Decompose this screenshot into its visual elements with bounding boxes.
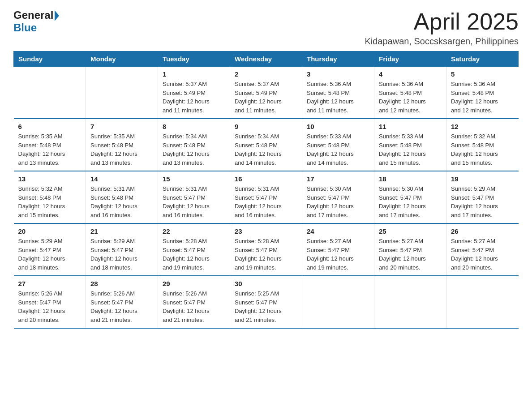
calendar-table: Sunday Monday Tuesday Wednesday Thursday…	[13, 51, 519, 329]
day-info: Sunrise: 5:35 AMSunset: 5:48 PMDaylight:…	[18, 132, 82, 167]
calendar-week-2: 6Sunrise: 5:35 AMSunset: 5:48 PMDaylight…	[14, 119, 519, 171]
calendar-cell-w2-d7: 12Sunrise: 5:32 AMSunset: 5:48 PMDayligh…	[446, 119, 519, 171]
day-info: Sunrise: 5:25 AMSunset: 5:47 PMDaylight:…	[235, 289, 297, 324]
calendar-cell-w1-d4: 2Sunrise: 5:37 AMSunset: 5:49 PMDaylight…	[230, 67, 302, 119]
col-thursday: Thursday	[302, 51, 374, 67]
calendar-cell-w4-d4: 23Sunrise: 5:28 AMSunset: 5:47 PMDayligh…	[230, 223, 302, 276]
day-info: Sunrise: 5:26 AMSunset: 5:47 PMDaylight:…	[18, 289, 82, 324]
calendar-cell-w5-d3: 29Sunrise: 5:26 AMSunset: 5:47 PMDayligh…	[158, 276, 230, 328]
title-block: April 2025 Kidapawan, Soccsksargen, Phil…	[365, 9, 519, 47]
calendar-cell-w3-d6: 18Sunrise: 5:30 AMSunset: 5:47 PMDayligh…	[374, 171, 446, 223]
calendar-cell-w1-d6: 4Sunrise: 5:36 AMSunset: 5:48 PMDaylight…	[374, 67, 446, 119]
day-number: 7	[90, 123, 153, 130]
day-number: 20	[18, 227, 82, 235]
day-number: 21	[90, 227, 153, 235]
calendar-cell-w2-d6: 11Sunrise: 5:33 AMSunset: 5:48 PMDayligh…	[374, 119, 446, 171]
calendar-cell-w1-d5: 3Sunrise: 5:36 AMSunset: 5:48 PMDaylight…	[302, 67, 374, 119]
day-info: Sunrise: 5:28 AMSunset: 5:47 PMDaylight:…	[235, 237, 297, 272]
calendar-cell-w2-d3: 8Sunrise: 5:34 AMSunset: 5:48 PMDaylight…	[158, 119, 230, 171]
day-number: 13	[18, 175, 82, 183]
day-info: Sunrise: 5:31 AMSunset: 5:47 PMDaylight:…	[163, 184, 225, 219]
calendar-week-4: 20Sunrise: 5:29 AMSunset: 5:47 PMDayligh…	[14, 223, 519, 276]
calendar-cell-w4-d1: 20Sunrise: 5:29 AMSunset: 5:47 PMDayligh…	[14, 223, 86, 276]
day-number: 4	[379, 70, 442, 78]
day-number: 5	[451, 70, 514, 78]
day-number: 9	[235, 123, 297, 130]
day-number: 1	[163, 70, 225, 78]
col-sunday: Sunday	[14, 51, 86, 67]
day-number: 3	[307, 70, 369, 78]
calendar-cell-w4-d6: 25Sunrise: 5:27 AMSunset: 5:47 PMDayligh…	[374, 223, 446, 276]
calendar-cell-w2-d1: 6Sunrise: 5:35 AMSunset: 5:48 PMDaylight…	[14, 119, 86, 171]
calendar-cell-w4-d7: 26Sunrise: 5:27 AMSunset: 5:47 PMDayligh…	[446, 223, 519, 276]
day-number: 30	[235, 280, 297, 287]
calendar-cell-w2-d5: 10Sunrise: 5:33 AMSunset: 5:48 PMDayligh…	[302, 119, 374, 171]
day-number: 26	[451, 227, 514, 235]
calendar-cell-w5-d7	[446, 276, 519, 328]
calendar-week-1: 1Sunrise: 5:37 AMSunset: 5:49 PMDaylight…	[14, 67, 519, 119]
logo-general-text: General	[13, 9, 53, 21]
day-info: Sunrise: 5:34 AMSunset: 5:48 PMDaylight:…	[235, 132, 297, 167]
day-info: Sunrise: 5:33 AMSunset: 5:48 PMDaylight:…	[307, 132, 369, 167]
day-number: 15	[163, 175, 225, 183]
calendar-cell-w2-d4: 9Sunrise: 5:34 AMSunset: 5:48 PMDaylight…	[230, 119, 302, 171]
calendar-cell-w1-d7: 5Sunrise: 5:36 AMSunset: 5:48 PMDaylight…	[446, 67, 519, 119]
col-wednesday: Wednesday	[230, 51, 302, 67]
day-number: 24	[307, 227, 369, 235]
day-info: Sunrise: 5:33 AMSunset: 5:48 PMDaylight:…	[379, 132, 442, 167]
calendar-subtitle: Kidapawan, Soccsksargen, Philippines	[365, 36, 519, 47]
day-number: 14	[90, 175, 153, 183]
day-info: Sunrise: 5:31 AMSunset: 5:47 PMDaylight:…	[235, 184, 297, 219]
calendar-cell-w1-d1	[14, 67, 86, 119]
day-info: Sunrise: 5:35 AMSunset: 5:48 PMDaylight:…	[90, 132, 153, 167]
day-info: Sunrise: 5:36 AMSunset: 5:48 PMDaylight:…	[451, 80, 514, 115]
calendar-week-3: 13Sunrise: 5:32 AMSunset: 5:48 PMDayligh…	[14, 171, 519, 223]
day-info: Sunrise: 5:32 AMSunset: 5:48 PMDaylight:…	[18, 184, 82, 219]
logo: General Blue	[13, 9, 59, 34]
logo-blue-text: Blue	[13, 21, 37, 34]
calendar-cell-w4-d2: 21Sunrise: 5:29 AMSunset: 5:47 PMDayligh…	[86, 223, 158, 276]
day-number: 16	[235, 175, 297, 183]
day-number: 29	[163, 280, 225, 287]
col-monday: Monday	[86, 51, 158, 67]
day-number: 25	[379, 227, 442, 235]
day-info: Sunrise: 5:28 AMSunset: 5:47 PMDaylight:…	[163, 237, 225, 272]
calendar-cell-w1-d2	[86, 67, 158, 119]
day-number: 6	[18, 123, 82, 130]
calendar-cell-w3-d5: 17Sunrise: 5:30 AMSunset: 5:47 PMDayligh…	[302, 171, 374, 223]
calendar-cell-w5-d4: 30Sunrise: 5:25 AMSunset: 5:47 PMDayligh…	[230, 276, 302, 328]
calendar-cell-w3-d7: 19Sunrise: 5:29 AMSunset: 5:47 PMDayligh…	[446, 171, 519, 223]
calendar-cell-w3-d2: 14Sunrise: 5:31 AMSunset: 5:48 PMDayligh…	[86, 171, 158, 223]
day-number: 11	[379, 123, 442, 130]
day-info: Sunrise: 5:27 AMSunset: 5:47 PMDaylight:…	[451, 237, 514, 272]
day-info: Sunrise: 5:30 AMSunset: 5:47 PMDaylight:…	[379, 184, 442, 219]
calendar-cell-w5-d2: 28Sunrise: 5:26 AMSunset: 5:47 PMDayligh…	[86, 276, 158, 328]
calendar-cell-w3-d4: 16Sunrise: 5:31 AMSunset: 5:47 PMDayligh…	[230, 171, 302, 223]
calendar-cell-w3-d3: 15Sunrise: 5:31 AMSunset: 5:47 PMDayligh…	[158, 171, 230, 223]
day-number: 10	[307, 123, 369, 130]
day-info: Sunrise: 5:31 AMSunset: 5:48 PMDaylight:…	[90, 184, 153, 219]
day-info: Sunrise: 5:26 AMSunset: 5:47 PMDaylight:…	[90, 289, 153, 324]
calendar-header-row: Sunday Monday Tuesday Wednesday Thursday…	[14, 51, 519, 67]
day-number: 12	[451, 123, 514, 130]
calendar-week-5: 27Sunrise: 5:26 AMSunset: 5:47 PMDayligh…	[14, 276, 519, 328]
day-number: 22	[163, 227, 225, 235]
calendar-cell-w1-d3: 1Sunrise: 5:37 AMSunset: 5:49 PMDaylight…	[158, 67, 230, 119]
day-info: Sunrise: 5:30 AMSunset: 5:47 PMDaylight:…	[307, 184, 369, 219]
calendar-cell-w5-d1: 27Sunrise: 5:26 AMSunset: 5:47 PMDayligh…	[14, 276, 86, 328]
page-header: General Blue April 2025 Kidapawan, Soccs…	[13, 9, 519, 47]
day-info: Sunrise: 5:34 AMSunset: 5:48 PMDaylight:…	[163, 132, 225, 167]
day-info: Sunrise: 5:27 AMSunset: 5:47 PMDaylight:…	[379, 237, 442, 272]
day-number: 23	[235, 227, 297, 235]
day-number: 28	[90, 280, 153, 287]
day-info: Sunrise: 5:36 AMSunset: 5:48 PMDaylight:…	[307, 80, 369, 115]
logo-arrow-icon	[55, 10, 59, 21]
calendar-cell-w4-d5: 24Sunrise: 5:27 AMSunset: 5:47 PMDayligh…	[302, 223, 374, 276]
day-info: Sunrise: 5:37 AMSunset: 5:49 PMDaylight:…	[235, 80, 297, 115]
col-saturday: Saturday	[446, 51, 519, 67]
day-info: Sunrise: 5:36 AMSunset: 5:48 PMDaylight:…	[379, 80, 442, 115]
day-number: 17	[307, 175, 369, 183]
day-number: 27	[18, 280, 82, 287]
day-number: 2	[235, 70, 297, 78]
calendar-cell-w4-d3: 22Sunrise: 5:28 AMSunset: 5:47 PMDayligh…	[158, 223, 230, 276]
